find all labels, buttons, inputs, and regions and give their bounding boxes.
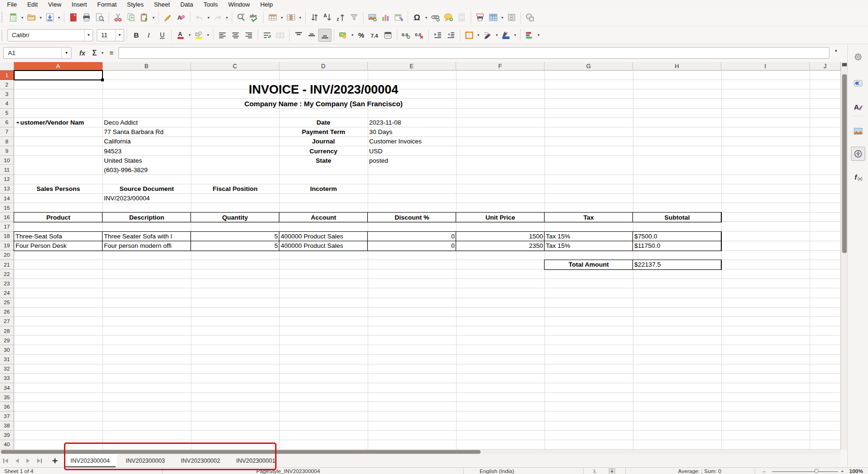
column-header-A[interactable]: A bbox=[14, 62, 103, 71]
menu-format[interactable]: Format bbox=[92, 0, 122, 8]
zoom-in-button[interactable]: + bbox=[841, 468, 844, 474]
column-header-G[interactable]: G bbox=[544, 62, 633, 71]
cell-H19[interactable]: $11750.0 bbox=[633, 241, 721, 251]
language-label[interactable]: English (India) bbox=[480, 468, 514, 474]
sheet-tab-inv202300004[interactable]: INV202300004 bbox=[63, 454, 117, 467]
row-header-24[interactable]: 24 bbox=[0, 288, 14, 298]
row-header-6[interactable]: 6 bbox=[0, 118, 14, 127]
italic-button[interactable]: I bbox=[142, 29, 156, 42]
row-header-26[interactable]: 26 bbox=[0, 308, 14, 317]
borders-dropdown[interactable]: ▼ bbox=[476, 29, 481, 42]
cell-C19[interactable]: 5 bbox=[191, 241, 279, 251]
bold-button[interactable]: B bbox=[129, 29, 142, 42]
headers-footers-button[interactable] bbox=[455, 11, 468, 24]
insert-row-dropdown[interactable]: ▼ bbox=[279, 11, 284, 24]
formula-button[interactable]: = bbox=[107, 47, 116, 59]
first-sheet-button[interactable] bbox=[0, 454, 11, 467]
delete-decimal-button[interactable]: 0.0 bbox=[413, 29, 426, 42]
open-folder-button[interactable] bbox=[25, 11, 38, 24]
autosum-button[interactable]: Σ bbox=[89, 47, 100, 59]
chevron-down-icon[interactable]: ▼ bbox=[115, 30, 124, 41]
autosum-dropdown[interactable]: ▼ bbox=[100, 47, 105, 59]
last-sheet-button[interactable] bbox=[34, 454, 45, 467]
pivot-table-button[interactable] bbox=[392, 11, 405, 24]
number-format-button[interactable]: 7.4 bbox=[368, 29, 381, 42]
cell-F19[interactable]: 2350 bbox=[456, 241, 544, 251]
increase-indent-button[interactable] bbox=[431, 29, 444, 42]
menu-styles[interactable]: Styles bbox=[122, 0, 149, 8]
insert-column-button[interactable] bbox=[284, 11, 298, 24]
open-folder-dropdown[interactable]: ▼ bbox=[38, 11, 43, 24]
row-header-12[interactable]: 12 bbox=[0, 175, 14, 184]
row-header-39[interactable]: 39 bbox=[0, 431, 14, 440]
cell-A13[interactable]: Sales Persons bbox=[14, 184, 103, 194]
date-format-button[interactable] bbox=[381, 29, 395, 42]
row-header-14[interactable]: 14 bbox=[0, 194, 14, 203]
cell-A19[interactable]: Four Person Desk bbox=[14, 241, 103, 251]
sort-descending-button[interactable]: z bbox=[334, 11, 347, 24]
cell-D10[interactable]: State bbox=[279, 156, 368, 165]
cell-E8[interactable]: Customer Invoices bbox=[368, 137, 456, 146]
export-pdf-button[interactable] bbox=[67, 11, 80, 24]
cell-B19[interactable]: Four person modern offi bbox=[103, 241, 191, 251]
column-header-C[interactable]: C bbox=[191, 62, 279, 71]
row-header-20[interactable]: 20 bbox=[0, 251, 14, 260]
cell-G19[interactable]: Tax 15% bbox=[544, 241, 633, 251]
cell-E7[interactable]: 30 Days bbox=[368, 127, 456, 137]
selection-mode-icon[interactable]: I˪ bbox=[593, 468, 597, 474]
row-header-28[interactable]: 28 bbox=[0, 326, 14, 336]
row-header-22[interactable]: 22 bbox=[0, 269, 14, 279]
column-header-I[interactable]: I bbox=[721, 62, 810, 71]
freeze-panes-button[interactable] bbox=[487, 11, 500, 24]
currency-dropdown[interactable]: ▼ bbox=[350, 29, 355, 42]
row-header-27[interactable]: 27 bbox=[0, 317, 14, 326]
cell-B16[interactable]: Description bbox=[103, 213, 191, 222]
insert-image-button[interactable] bbox=[366, 11, 379, 24]
currency-button[interactable] bbox=[337, 29, 350, 42]
cell-A16[interactable]: Product bbox=[14, 213, 103, 222]
vertical-scrollbar[interactable] bbox=[841, 62, 847, 450]
find-replace-button[interactable] bbox=[235, 11, 248, 24]
sort-ascending-button[interactable]: A bbox=[321, 11, 334, 24]
cell-H16[interactable]: Subtotal bbox=[633, 213, 721, 222]
chevron-down-icon[interactable]: ▼ bbox=[84, 30, 93, 41]
gallery-icon[interactable] bbox=[851, 124, 865, 138]
cell-D6[interactable]: Date bbox=[279, 118, 368, 127]
cell-E18[interactable]: 0 bbox=[368, 232, 456, 241]
cell-G18[interactable]: Tax 15% bbox=[544, 232, 633, 241]
cell-B4[interactable]: Company Name : My Company (San Francisco… bbox=[103, 99, 544, 108]
zoom-slider-handle[interactable] bbox=[814, 469, 819, 473]
cell-B7[interactable]: 77 Santa Barbara Rd bbox=[103, 127, 191, 137]
font-name-combo[interactable]: Calibri ▼ bbox=[8, 29, 93, 41]
row-header-29[interactable]: 29 bbox=[0, 336, 14, 345]
cell-G21[interactable]: Total Amount bbox=[544, 260, 633, 269]
row-header-9[interactable]: 9 bbox=[0, 146, 14, 156]
menu-data[interactable]: Data bbox=[175, 0, 198, 8]
row-header-16[interactable]: 16 bbox=[0, 213, 14, 222]
cell-B6[interactable]: Deco Addict bbox=[103, 118, 191, 127]
autofilter-button[interactable] bbox=[347, 11, 361, 24]
cell-E16[interactable]: Discount % bbox=[368, 213, 456, 222]
row-header-15[interactable]: 15 bbox=[0, 203, 14, 213]
next-sheet-button[interactable] bbox=[23, 454, 34, 467]
print-area-button[interactable] bbox=[473, 11, 487, 24]
vertical-split-handle[interactable] bbox=[842, 63, 847, 66]
row-header-40[interactable]: 40 bbox=[0, 440, 14, 450]
cell-B8[interactable]: California bbox=[103, 137, 191, 146]
comment-button[interactable] bbox=[442, 11, 455, 24]
navigator-icon[interactable] bbox=[851, 147, 865, 161]
cell-B9[interactable]: 94523 bbox=[103, 146, 191, 156]
cell-E6[interactable]: 2023-11-08 bbox=[368, 118, 456, 127]
sheet-tab-inv202300001[interactable]: INV202300001 bbox=[229, 454, 283, 467]
border-color-dropdown[interactable]: ▼ bbox=[513, 29, 518, 42]
function-wizard-button[interactable]: fx bbox=[76, 47, 88, 59]
new-spreadsheet-button[interactable] bbox=[7, 11, 20, 24]
sort-button[interactable] bbox=[308, 11, 321, 24]
column-header-E[interactable]: E bbox=[368, 62, 456, 71]
new-spreadsheet-dropdown[interactable]: ▼ bbox=[20, 11, 25, 24]
align-right-button[interactable] bbox=[242, 29, 255, 42]
valign-center-button[interactable] bbox=[305, 29, 318, 42]
row-header-4[interactable]: 4 bbox=[0, 99, 14, 108]
row-header-21[interactable]: 21 bbox=[0, 260, 14, 269]
cell-F16[interactable]: Unit Price bbox=[456, 213, 544, 222]
